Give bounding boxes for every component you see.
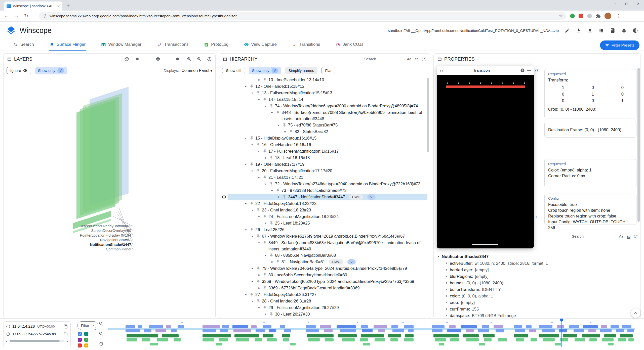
tab-surface-flinger[interactable]: Surface Flinger [49,39,86,51]
collapse-filter-icon[interactable] [91,323,96,328]
ignore-toggle[interactable]: Ignore [7,67,31,74]
timeline-segment[interactable] [600,329,612,332]
expand-timeline-button[interactable] [631,308,640,318]
extension-icon[interactable] [570,14,575,18]
layer-label[interactable]: Common Panel [106,247,131,251]
timeline-segment[interactable] [174,338,181,341]
timeline-segment[interactable] [478,329,489,332]
timeline-segment[interactable] [390,338,398,341]
timeline-segment[interactable] [375,338,385,341]
window-close-button[interactable]: ✕ [632,0,644,8]
timeline-segment[interactable] [604,334,616,337]
tree-node[interactable]: 17 - FullscreenMagnification:16:16#17 [219,148,427,155]
timeline-segment[interactable] [589,338,597,341]
tree-node[interactable]: 79 - WindowToken{7046b4a type=2024 andro… [219,265,427,272]
timeline-segment[interactable] [590,322,591,323]
timeline-segment[interactable] [269,329,275,332]
panel-icon[interactable] [7,57,12,62]
tree-node[interactable]: 74 - WindowToken{fdddbe6 type=2000 andro… [219,103,427,109]
expand-chevron-icon[interactable] [270,187,274,194]
match-case-icon[interactable]: Aa [619,234,623,238]
expand-chevron-icon[interactable] [250,207,255,213]
timeline-segment[interactable] [539,325,552,328]
pin-icon[interactable] [263,149,267,153]
property-item[interactable]: dataspace:BT709 sRGB Full range [434,312,638,318]
timeline-segment[interactable] [178,325,184,328]
tab-view-capture[interactable]: View Capture [243,39,277,51]
pin-icon[interactable] [256,266,260,271]
timeline-segment[interactable] [616,329,624,332]
timeline-segment[interactable] [559,329,567,332]
timeline-segment[interactable] [126,325,135,328]
timeline-segment[interactable] [126,329,140,332]
expand-chevron-icon[interactable] [257,304,261,311]
tree-node[interactable]: 68 - 885b63e NavigationBar0#68 [219,252,427,259]
report-bug-button[interactable] [621,28,627,33]
timeline-segment[interactable] [320,325,331,328]
pin-icon[interactable] [269,221,273,225]
expand-chevron-icon[interactable] [244,200,248,207]
upload-button[interactable] [587,28,593,33]
timeline-segment[interactable] [234,334,259,337]
timeline-segment[interactable] [361,334,384,337]
timeline-segment[interactable] [127,338,137,341]
extension-icon[interactable] [579,14,583,18]
timeline-segment[interactable] [516,338,524,341]
timeline-segment[interactable] [484,338,491,341]
timeline-segment[interactable] [555,343,561,345]
timeline-segment[interactable] [557,325,564,328]
timeline-segment[interactable] [602,338,614,341]
timeline-segment[interactable] [449,325,456,328]
expand-chevron-icon[interactable] [250,90,255,96]
window-maximize-button[interactable]: ▢ [621,0,632,8]
property-item[interactable]: activeBuffer:w: 1080, h: 2400, stride: 2… [434,260,638,267]
pin-icon[interactable] [289,129,293,134]
timeline-segment[interactable] [543,338,555,341]
expand-chevron-icon[interactable] [263,252,268,258]
tree-node[interactable]: 26 - Leaf:25#26 [219,227,427,233]
expand-chevron-icon[interactable] [250,168,255,174]
browser-menu-icon[interactable]: ⋮ [615,13,622,19]
timeline-segment[interactable] [601,325,607,328]
timeline-segment[interactable] [514,325,522,328]
pin-icon[interactable] [263,78,267,82]
tree-node[interactable]: 67 - WindowToken{e5176f9 type=2019 andro… [219,233,427,240]
timeline-segment[interactable] [236,338,249,341]
tab-transactions[interactable]: Transactions [156,39,189,51]
edit-filename-button[interactable] [565,28,570,33]
timeline-segment[interactable] [232,325,248,328]
download-button[interactable] [576,28,581,33]
timeline-segment[interactable] [514,334,529,337]
timeline-segment[interactable] [283,338,289,341]
back-button[interactable]: ← [4,13,10,19]
pin-icon[interactable] [256,279,260,284]
timeline-segment[interactable] [447,329,461,332]
timeline-segment[interactable] [391,325,398,328]
timeline-segment[interactable] [483,334,495,337]
timeline-filter-button[interactable]: Filter [77,321,98,330]
expand-chevron-icon[interactable] [257,96,261,103]
timeline-segment[interactable] [611,325,619,328]
property-item[interactable]: currFrame:155 [434,306,638,312]
pin-icon[interactable] [256,299,260,303]
timeline-segment[interactable] [251,325,257,328]
timeline-segment[interactable] [181,322,183,323]
timeline-segment[interactable] [618,338,626,341]
timeline-segment[interactable] [338,334,357,337]
show-diff-toggle[interactable]: Show diff [222,67,245,74]
expand-chevron-icon[interactable] [250,298,255,304]
timeline-segment[interactable] [432,329,442,332]
timeline-segment[interactable] [569,325,579,328]
timeline-segment[interactable] [583,325,598,328]
timeline-segment[interactable] [307,334,334,337]
timeline-segment[interactable] [284,329,291,332]
trace-toggle-icon[interactable] [78,338,82,342]
timeline-segment[interactable] [560,338,568,341]
timeline-segment[interactable] [282,334,290,337]
pin-icon[interactable] [263,273,267,277]
timeline-segment[interactable] [463,334,479,337]
trace-toggle-icon[interactable] [84,343,88,347]
tree-node[interactable]: 22 - HideDisplayCutout:18:23#22 [219,200,427,207]
layer-label[interactable]: PointerLocation - display 0#134 [80,233,131,238]
pin-icon[interactable] [263,286,267,290]
